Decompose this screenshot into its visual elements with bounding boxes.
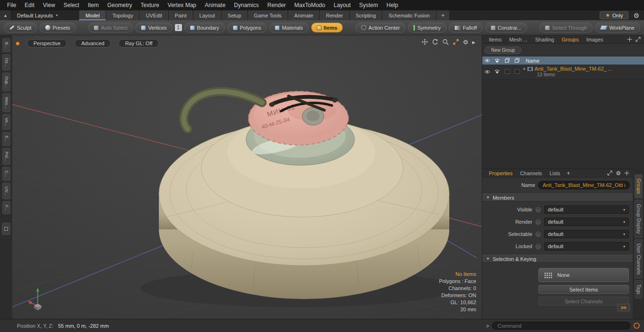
command-history-icon[interactable] [634,323,640,329]
tab-shading[interactable]: Shading [531,36,558,43]
action-center-button[interactable]: Action Center [355,23,406,32]
gear-icon[interactable]: ⚙ [633,12,639,19]
layout-tab[interactable]: Paint [169,10,193,20]
row-render-toggle[interactable] [492,66,502,77]
locked-dropdown[interactable]: default ▾ [544,242,629,251]
row-lock-toggle[interactable] [502,66,512,77]
add-panel-tab-button[interactable]: + [564,170,573,177]
items-button[interactable]: Items [311,23,343,32]
keying-toggle[interactable] [536,219,541,225]
menu-item[interactable]: Layout [330,0,355,10]
layout-tab[interactable]: Animate [288,10,320,20]
lock-column-header[interactable] [502,58,512,63]
menu-item[interactable]: Vertex Map [164,0,201,10]
resize-panel-icon[interactable] [607,170,612,176]
layout-tab[interactable]: Schematic Fusion [382,10,436,20]
menu-item[interactable]: Select [59,0,83,10]
menu-item[interactable]: Geometry [103,0,137,10]
toolbox-tab[interactable]: Mes... [2,93,10,113]
toolbox-tab[interactable]: E... [2,132,10,146]
pan-tool-icon[interactable] [421,39,428,45]
menu-item[interactable]: System [355,0,382,10]
layout-tab[interactable]: Render [320,10,349,20]
menu-item[interactable]: MaxToModo [290,0,329,10]
rotate-tool-icon[interactable] [432,39,438,45]
layout-tab-model[interactable]: Model [79,10,106,20]
vertices-button[interactable]: Vertices [135,23,172,32]
only-button[interactable]: ★ Only [600,11,629,19]
auto-select-button[interactable]: Auto Select [88,23,133,32]
select-items-button[interactable]: Select Items [538,285,629,294]
viewport-3d-scene[interactable]: МИН-62 40-М-25-84 [12,35,482,319]
menu-item[interactable]: View [39,0,59,10]
tab-channels[interactable]: Channels [516,170,545,177]
tab-lists[interactable]: Lists [546,170,564,177]
keying-toggle[interactable] [536,232,541,237]
layout-tab[interactable]: Layout [193,10,222,20]
toolbox-tab[interactable]: Ve... [2,114,10,130]
members-section-header[interactable]: ▼ Members [482,194,633,202]
menu-item[interactable]: Render [263,0,290,10]
keying-toggle[interactable] [536,207,541,212]
side-tab-group-display[interactable]: Group Display [635,200,643,238]
tab-groups[interactable]: Groups [558,36,582,43]
layout-tab[interactable]: Topology [106,10,140,20]
group-name-input[interactable] [538,181,630,189]
selectable-dropdown[interactable]: default ▾ [544,230,629,238]
row-visible-toggle[interactable] [482,66,492,77]
row-select-toggle[interactable] [512,66,522,77]
menu-item[interactable]: Animate [200,0,230,10]
menu-item[interactable]: Item [83,0,103,10]
viewport-menu-arrow-icon[interactable]: ▸ [472,39,475,45]
pan-panel-icon[interactable] [624,170,629,176]
new-group-button[interactable]: New Group [485,47,521,54]
side-tab-user-channels[interactable]: User Channels [635,239,643,279]
render-dropdown[interactable]: default ▾ [544,218,629,226]
layout-selector-dropdown[interactable]: Default Layouts ▾ [11,10,63,20]
tab-images[interactable]: Images [582,36,607,43]
resize-panel-icon[interactable] [636,37,641,42]
toolbox-tab[interactable]: UV... [2,183,10,199]
zoom-tool-icon[interactable] [442,39,449,45]
expand-panel-button[interactable]: >> [617,304,630,311]
toolbox-tab[interactable]: Pol... [2,148,10,165]
menu-item[interactable]: Help [382,0,403,10]
constraints-button[interactable]: Constrai... [485,23,527,32]
side-tab-tags[interactable]: Tags [635,280,643,299]
toolbox-tab[interactable]: De... [2,54,10,71]
perspective-button[interactable]: Perspective [27,39,67,48]
render-column-header[interactable] [492,58,502,63]
visibility-column-header[interactable] [482,58,492,63]
menu-item[interactable]: Edit [20,0,39,10]
boundary-button[interactable]: Boundary [184,23,225,32]
viewport-options-icon[interactable] [16,42,19,45]
menu-item[interactable]: Texture [136,0,163,10]
up-arrow-icon[interactable]: ▲ [0,10,11,20]
toolbox-tab[interactable]: B... [2,38,10,52]
layout-tab[interactable]: Game Tools [248,10,289,20]
selection-keying-section-header[interactable]: ▼ Selection & Keying [482,255,633,263]
name-column-header[interactable]: Name [522,58,539,64]
select-channels-button[interactable]: Select Channels [538,297,629,306]
layout-tab[interactable]: Setup [222,10,248,20]
add-layout-tab-button[interactable]: + [437,10,450,20]
polygons-button[interactable]: Polygons [227,23,267,32]
advanced-button[interactable]: Advanced [74,39,111,48]
select-through-button[interactable]: Select Through [539,23,593,32]
toolbox-tab[interactable]: Dup... [2,73,10,91]
menu-item[interactable]: File [3,0,20,10]
toolbox-tab[interactable]: C... [2,167,10,181]
keying-toggle[interactable] [536,244,541,249]
falloff-button[interactable]: Falloff [449,23,483,32]
toolbox-tab[interactable]: F... [2,201,10,214]
expand-plus-icon[interactable]: + [523,66,526,72]
tab-items[interactable]: Items [485,36,505,43]
select-column-header[interactable] [512,58,522,63]
symmetry-button[interactable]: Symmetry [408,23,446,32]
layout-tab[interactable]: UVEdit [140,10,168,20]
left-strip-icon-tab[interactable] [2,223,10,235]
workplane-button[interactable]: WorkPlane [595,23,640,32]
viewport-gear-icon[interactable]: ⚙ [463,39,469,45]
group-list-row[interactable]: + Anti_Tank_Blast_Mine_TM-62_ ... 13 Ite… [482,65,644,80]
3d-viewport[interactable]: МИН-62 40-М-25-84 Perspective Advanced R… [12,35,482,319]
